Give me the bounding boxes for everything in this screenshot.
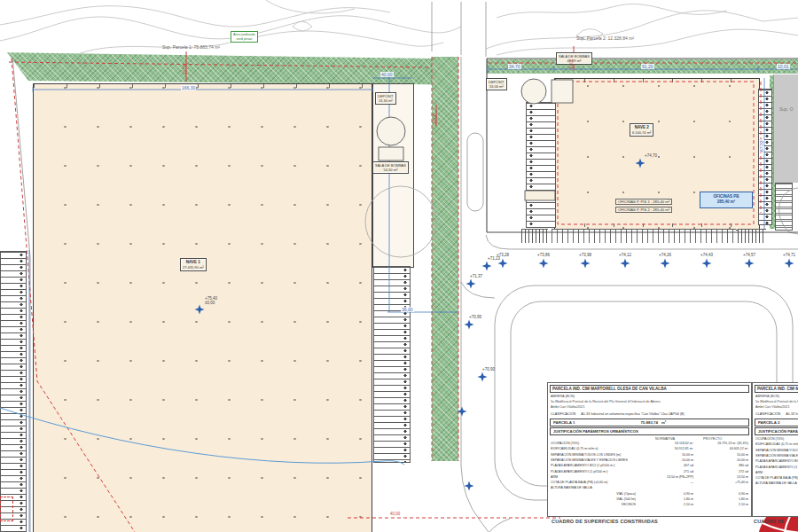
parcela2-label: PARCELA 2 [758,420,779,425]
section-title: JUSTIFICACIÓN PARÁMETROS URBANÍSTICOS [550,427,749,435]
corner-red-box [0,497,13,521]
nave2-west-loading-docks [526,102,556,228]
elev-label: +74,43 [700,253,713,257]
clasificacion-value: A1-33 Industrial en volumetria específic… [786,412,798,416]
cuadro-title-clipped: CUADRO DE SUPERFICIES CONSTRUIDAS [754,519,784,524]
nave1-column-ticks [34,84,371,88]
clasificacion-label: CLASIFICACIÓN [755,412,780,416]
parcela1-data-panel: PARCELA IND. CIM MARTORELL OLESA DE CAN … [547,382,752,517]
cuadro-superficies-title: CUADRO DE SUPERFICIES CONSTRUIDAS [552,519,658,524]
cuadro-superficies-title-right: CUADRO DE SUPERFICIES CONSTRUIDAS [754,519,784,524]
dim-p2-east: 10,01 [777,64,790,69]
green-note-line2: verd privat [233,37,255,42]
nave1-east-loading-docks [373,266,411,463]
elev-label: +73,98 [579,253,591,257]
nave2-name: NAVE 2 [632,125,651,130]
nave2-column-ticks [555,79,757,82]
neighbor-parcel-gray [773,74,798,183]
valla-title-row: ALTURA MÁXIMA DE VALLA: [753,481,798,486]
dim-dock: 36,00 [401,307,414,312]
nave2-south-dock-east [738,229,766,243]
elev-label: +70,90 [482,367,495,372]
oficinas-pis2-label: OFICINAS P. PIS 2 : 285,40 m² [615,207,672,213]
dim-red-bottom: 40,00 [390,512,400,516]
row-label: VECINOS [551,502,645,507]
parcela2-data-panel: PARCELA IND. CIM MARTORELL OLESA DE CAN … [752,382,798,517]
dim-red-p2: 10,00 [569,59,574,69]
nave2-south-dock-west [521,229,548,243]
nave1-annex-strip [372,83,414,268]
elev-label: +74,57 [743,253,755,257]
dim-p2-west: 34,70 [508,64,521,69]
nave2-south-parking-row [552,229,736,243]
west-loading-docks [0,251,27,532]
nave2-column-ticks-bottom [555,223,757,227]
elev-label: +70,95 [469,315,481,319]
oficinas-pb-box: OFICINAS PB 285,40 m² [700,192,753,208]
dim-red-green1: 10,00 [183,65,187,74]
nave1-area: 27.435,90 m² [183,265,204,270]
panel1-title: PARCELA IND. CIM MARTORELL OLESA DE CAN … [550,385,749,393]
parcela1-label: PARCELA 1 [553,420,575,425]
contour-lines [0,0,798,55]
elev-label: +71,23 [488,256,500,261]
dim-annex: 40,00 [380,72,394,77]
nave2-east-loading-docks [758,89,772,225]
section-title: JUSTIFICACIÓN PARÁMETROS URBANÍSTICOS [755,427,798,435]
sala-bombas2-label-box: SALA DE BOMBAS 49,89 m² [556,52,592,65]
parcela1-area-value: 75.883,74 [640,420,658,425]
nave2-label-box: NAVE 2 6.140,74 m² [630,123,653,137]
panel2-title: PARCELA IND. CIM MARTORELL OLESA DE CAN … [755,385,798,393]
elev-label: +73,86 [537,253,550,257]
parcel2-area-label: Sup. Parcela 2: 12.328,84 m² [576,35,634,41]
crosswalk-ladder [775,183,793,231]
row-proj: 2,10 m [693,502,748,507]
panel2-plan-line1: 5a Modificació Puntual de la Revisió del… [755,400,798,405]
dim-p2-nave: 91,20 [641,64,654,69]
elev-label: +71,37 [470,274,482,278]
sala-bombas1-label-box: SALA DE BOMBAS 54,30 m² [372,161,409,174]
elev-label: +74,71 [783,253,795,257]
elev-label: +74,26 [659,253,671,257]
parcela1-unit: m² [661,420,666,425]
clasificacion-label: CLASIFICACIÓN [551,412,575,416]
elev-label: +73,28 [497,253,509,257]
sala1-area: 54,30 m² [375,168,406,172]
nave1-label-box: NAVE 1 27.435,90 m² [180,258,207,271]
valla-title: ALTURA MÁXIMA DE VALLA: [755,481,798,486]
site-plan-canvas: { "colors":{"green":"#93c093","building_… [0,0,798,532]
nave1-building [33,83,372,532]
deposit1-area: 13,30 m² [378,98,394,103]
elev-label: +74,12 [619,253,631,257]
oficinas-pb-line2: 285,40 m² [701,200,751,205]
sala2-area: 49,89 m² [559,59,590,63]
parcel1-area-label: Sup. Parcela 1: 75.883,74 m² [162,44,220,50]
nave2-elevation: +74,70 [645,153,657,158]
green-area-note: Àrea jardinada verd privat [231,31,258,43]
valla-row: VECINOS2,10 m2,10 m [548,502,751,507]
nave1-elev-bottom: ±0,00 [205,301,217,305]
dim-nave1-top: 166,30 [181,85,196,90]
dim-red-median: 10,00 [433,114,437,124]
deposit2-label-box: DEPÒSIT 53,06 m² [486,78,507,90]
deposit2-area: 53,06 m² [489,84,505,89]
clasificacion-value: A1-33 Industrial en volumetria específic… [581,412,685,416]
row-norm: 2,10 m [645,502,693,507]
nave2-area: 6.140,74 m² [632,130,651,135]
dim-nave2-depth: 67,33 [759,139,764,153]
parcel1-green-strip [7,49,432,86]
deposit1-label-box: DEPÒSIT 13,30 m² [375,92,396,105]
neighbor-parcel-label: Sup. O [779,106,794,112]
oficinas-pis1-label: OFICINAS P. PIS 1 : 285,40 m² [615,199,672,205]
nave1-elevation: +75,40 ±0,00 [205,296,217,306]
